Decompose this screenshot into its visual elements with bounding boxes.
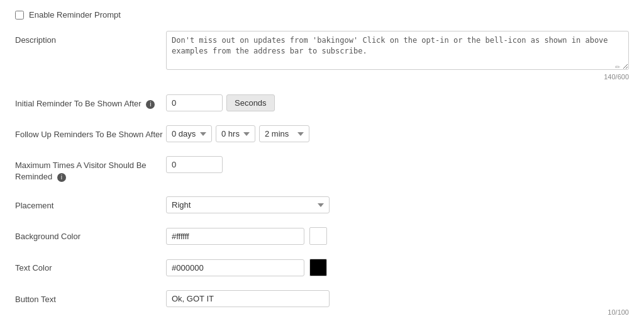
button-text-control: 10/100	[166, 290, 629, 316]
enable-reminder-checkbox[interactable]	[15, 11, 24, 20]
enable-reminder-row: Enable Reminder Prompt	[15, 10, 629, 20]
enable-reminder-label: Enable Reminder Prompt	[29, 10, 121, 20]
description-textarea-wrapper: ✏	[166, 31, 629, 72]
text-color-row: Text Color	[15, 259, 629, 279]
background-color-input-group	[166, 227, 629, 245]
placement-control: Right Left Center	[166, 196, 629, 213]
text-color-input[interactable]	[166, 259, 304, 276]
initial-reminder-input[interactable]	[166, 94, 223, 111]
button-text-char-count: 10/100	[166, 308, 629, 316]
max-times-control	[166, 156, 629, 173]
background-color-input[interactable]	[166, 228, 304, 245]
follow-up-row: Follow Up Reminders To Be Shown After 0 …	[15, 125, 629, 145]
placement-label: Placement	[15, 196, 166, 211]
button-text-row: Button Text 10/100	[15, 290, 629, 318]
initial-reminder-control: Seconds	[166, 94, 629, 111]
text-color-label: Text Color	[15, 259, 166, 274]
edit-icon: ✏	[615, 64, 620, 70]
placement-select[interactable]: Right Left Center	[166, 196, 330, 213]
description-label: Description	[15, 31, 166, 46]
initial-reminder-info-icon[interactable]: i	[146, 100, 155, 109]
follow-up-inputs: 0 days 1 days 2 days 3 days 0 hrs 1 hrs …	[166, 125, 629, 142]
background-color-swatch[interactable]	[309, 227, 327, 245]
initial-reminder-row: Initial Reminder To Be Shown After i Sec…	[15, 94, 629, 114]
days-select[interactable]: 0 days 1 days 2 days 3 days	[166, 125, 212, 142]
max-times-label: Maximum Times A Visitor Should Be Remind…	[15, 156, 166, 183]
mins-select[interactable]: 0 mins 1 mins 2 mins 5 mins 10 mins	[259, 125, 309, 142]
background-color-label: Background Color	[15, 227, 166, 242]
button-text-input[interactable]	[166, 290, 330, 307]
text-color-control	[166, 259, 629, 276]
description-char-count: 140/600	[166, 73, 629, 81]
button-text-label: Button Text	[15, 290, 166, 305]
max-times-row: Maximum Times A Visitor Should Be Remind…	[15, 156, 629, 185]
description-textarea[interactable]	[166, 31, 629, 70]
placement-row: Placement Right Left Center	[15, 196, 629, 216]
initial-reminder-input-group: Seconds	[166, 94, 629, 111]
background-color-control	[166, 227, 629, 245]
description-row: Description ✏ 140/600	[15, 31, 629, 83]
max-times-input[interactable]	[166, 156, 223, 173]
follow-up-label: Follow Up Reminders To Be Shown After	[15, 125, 166, 140]
background-color-row: Background Color	[15, 227, 629, 247]
max-times-info-icon[interactable]: i	[57, 173, 66, 182]
initial-reminder-label: Initial Reminder To Be Shown After i	[15, 94, 166, 110]
text-color-swatch[interactable]	[309, 259, 327, 276]
text-color-input-group	[166, 259, 629, 276]
seconds-button: Seconds	[226, 94, 275, 111]
follow-up-control: 0 days 1 days 2 days 3 days 0 hrs 1 hrs …	[166, 125, 629, 142]
hrs-select[interactable]: 0 hrs 1 hrs 2 hrs	[216, 125, 255, 142]
description-control: ✏ 140/600	[166, 31, 629, 81]
